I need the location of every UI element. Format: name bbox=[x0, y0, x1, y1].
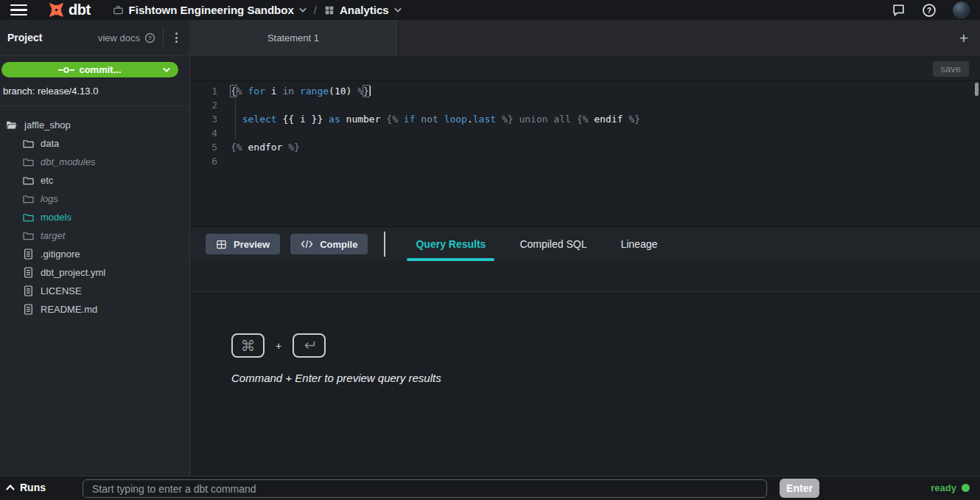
code-editor[interactable]: 123456 {% for i in range(10) %} select {… bbox=[191, 81, 980, 227]
enter-button[interactable]: Enter bbox=[780, 479, 819, 498]
file-icon bbox=[22, 304, 34, 315]
chevron-down-icon bbox=[394, 7, 402, 13]
tree-item-jaffle-shop[interactable]: jaffle_shop bbox=[0, 116, 189, 134]
tree-item--gitignore[interactable]: .gitignore bbox=[0, 245, 189, 263]
tree-item-label: .gitignore bbox=[41, 249, 80, 260]
save-button[interactable]: save bbox=[933, 61, 969, 77]
main-panel: Statement 1 + save 123456 {% for i in ra… bbox=[191, 20, 980, 476]
tab-statement-1[interactable]: Statement 1 bbox=[191, 20, 396, 56]
tree-item-models[interactable]: models bbox=[0, 208, 189, 226]
tree-item-label: target bbox=[41, 230, 65, 241]
help-icon[interactable]: ? bbox=[922, 3, 937, 18]
divider bbox=[384, 232, 385, 257]
breadcrumb-separator: / bbox=[314, 4, 317, 16]
top-bar: dbt Fishtown Engineering Sandbox / Analy… bbox=[0, 0, 980, 20]
tree-item-etc[interactable]: etc bbox=[0, 171, 189, 190]
tree-item-logs[interactable]: logs bbox=[0, 190, 189, 208]
runs-toggle[interactable]: Runs bbox=[6, 482, 46, 493]
code-line-3[interactable]: select {{ i }} as number {% if not loop.… bbox=[231, 112, 980, 126]
line-number: 2 bbox=[191, 98, 217, 112]
account-name: Fishtown Engineering Sandbox bbox=[129, 4, 294, 16]
tab-query-results[interactable]: Query Results bbox=[399, 227, 503, 261]
commit-button-label: commit... bbox=[79, 64, 121, 75]
folder-icon bbox=[22, 157, 34, 167]
chat-icon[interactable] bbox=[892, 3, 906, 17]
git-commit-icon bbox=[58, 66, 74, 74]
account-switcher[interactable]: Fishtown Engineering Sandbox bbox=[113, 4, 307, 16]
branch-label: branch: release/4.13.0 bbox=[0, 77, 189, 106]
compile-button-label: Compile bbox=[320, 239, 357, 250]
indent-guide bbox=[235, 99, 236, 140]
folder-icon bbox=[22, 176, 34, 185]
status-label: ready bbox=[931, 482, 956, 493]
dbt-command-input[interactable] bbox=[83, 479, 767, 498]
commit-button[interactable]: commit... bbox=[1, 62, 178, 77]
tree-item-readme-md[interactable]: README.md bbox=[0, 300, 189, 319]
compile-button[interactable]: Compile bbox=[290, 234, 368, 254]
svg-text:?: ? bbox=[148, 35, 152, 41]
code-line-1[interactable]: {% for i in range(10) %} bbox=[231, 84, 980, 98]
chevron-down-icon[interactable] bbox=[163, 67, 170, 72]
svg-text:?: ? bbox=[927, 6, 931, 14]
status-dot bbox=[962, 484, 970, 492]
help-circle-icon: ? bbox=[144, 32, 155, 44]
project-name: Analytics bbox=[340, 4, 389, 16]
text-cursor bbox=[370, 86, 371, 96]
file-tree: jaffle_shopdatadbt_modulesetclogsmodelst… bbox=[0, 106, 189, 319]
preview-button-label: Preview bbox=[234, 239, 270, 250]
tree-item-data[interactable]: data bbox=[0, 134, 189, 153]
code-line-6[interactable] bbox=[231, 154, 980, 168]
tree-item-dbt-modules[interactable]: dbt_modules bbox=[0, 153, 189, 171]
code-icon bbox=[301, 239, 313, 249]
tab-label: Statement 1 bbox=[267, 32, 319, 44]
line-number: 6 bbox=[191, 154, 217, 168]
code-area[interactable]: {% for i in range(10) %} select {{ i }} … bbox=[225, 84, 980, 226]
line-number: 3 bbox=[191, 112, 217, 126]
editor-tab-bar: Statement 1 + bbox=[191, 20, 980, 57]
folder-open-icon bbox=[6, 120, 18, 130]
code-line-5[interactable]: {% endfor %} bbox=[231, 140, 980, 154]
folder-icon bbox=[22, 212, 34, 222]
folder-icon bbox=[22, 231, 34, 240]
line-number: 1 bbox=[191, 84, 217, 98]
code-line-4[interactable] bbox=[231, 126, 980, 140]
line-number: 4 bbox=[191, 126, 217, 140]
tree-item-label: dbt_project.yml bbox=[41, 267, 105, 278]
tree-item-label: LICENSE bbox=[41, 285, 82, 296]
results-subheader bbox=[191, 261, 980, 292]
enter-key-icon bbox=[293, 333, 326, 358]
sidebar-header: Project view docs ? bbox=[0, 20, 189, 56]
shortcut-keys: ⌘ + bbox=[231, 333, 980, 358]
results-toolbar: Preview Compile Query ResultsCompiled SQ… bbox=[191, 227, 980, 261]
divider bbox=[163, 28, 164, 47]
tree-item-label: dbt_modules bbox=[41, 156, 95, 167]
dbt-logo-icon bbox=[48, 1, 65, 18]
new-tab-button[interactable]: + bbox=[952, 20, 976, 56]
user-avatar[interactable] bbox=[953, 1, 970, 18]
dbt-logo-text: dbt bbox=[69, 1, 91, 18]
code-line-2[interactable] bbox=[231, 98, 980, 112]
view-docs-link[interactable]: view docs ? bbox=[98, 32, 155, 44]
tree-item-label: models bbox=[41, 212, 71, 223]
results-tabs: Query ResultsCompiled SQLLineage bbox=[399, 227, 674, 261]
tree-item-license[interactable]: LICENSE bbox=[0, 282, 189, 300]
editor-scrollbar[interactable] bbox=[975, 83, 979, 96]
hamburger-menu-icon[interactable] bbox=[10, 4, 27, 16]
project-switcher[interactable]: Analytics bbox=[324, 4, 402, 16]
file-icon bbox=[22, 285, 34, 296]
tab-lineage[interactable]: Lineage bbox=[603, 227, 674, 261]
tree-item-label: README.md bbox=[41, 304, 97, 315]
tree-item-target[interactable]: target bbox=[0, 226, 189, 245]
tree-item-label: etc bbox=[41, 175, 53, 186]
preview-button[interactable]: Preview bbox=[206, 234, 280, 254]
results-body: ⌘ + Command + Enter to preview query res… bbox=[191, 292, 980, 476]
tab-compiled-sql[interactable]: Compiled SQL bbox=[503, 227, 603, 261]
dbt-logo[interactable]: dbt bbox=[48, 1, 91, 18]
line-number-gutter: 123456 bbox=[191, 84, 225, 226]
tree-item-dbt-project-yml[interactable]: dbt_project.yml bbox=[0, 263, 189, 282]
line-number: 5 bbox=[191, 140, 217, 154]
view-docs-label: view docs bbox=[98, 32, 140, 44]
runs-label: Runs bbox=[20, 482, 46, 493]
table-icon bbox=[216, 239, 227, 250]
kebab-menu-icon[interactable] bbox=[171, 29, 182, 46]
